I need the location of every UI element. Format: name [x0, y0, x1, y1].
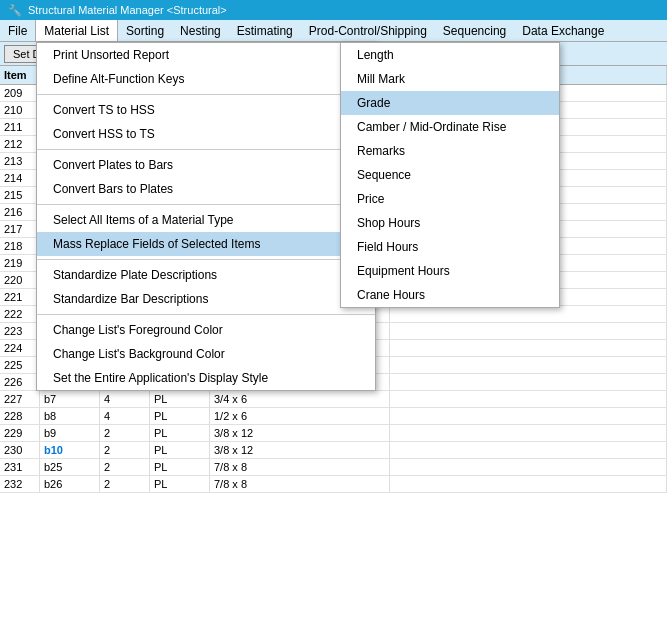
- title-bar: 🔧 Structural Material Manager <Structura…: [0, 0, 667, 20]
- cell-mark: b8: [40, 408, 100, 424]
- cell-qty: 2: [100, 476, 150, 492]
- app-icon: 🔧: [8, 4, 22, 17]
- cell-qty: 2: [100, 442, 150, 458]
- sub-equipment-hours[interactable]: Equipment Hours: [341, 259, 559, 283]
- cell-item: 219: [0, 255, 40, 271]
- cell-qty: 4: [100, 408, 150, 424]
- cell-item: 221: [0, 289, 40, 305]
- cell-item: 214: [0, 170, 40, 186]
- menu-bar: File Material List Sorting Nesting Estim…: [0, 20, 667, 42]
- cell-extra: [390, 357, 667, 373]
- menu-define-alt[interactable]: Define Alt-Function Keys: [37, 67, 375, 91]
- menu-std-bar[interactable]: Standardize Bar Descriptions: [37, 287, 375, 311]
- cell-extra: [390, 323, 667, 339]
- cell-qty: 4: [100, 391, 150, 407]
- sub-camber[interactable]: Camber / Mid-Ordinate Rise: [341, 115, 559, 139]
- cell-type: PL: [150, 391, 210, 407]
- cell-extra: [390, 476, 667, 492]
- cell-item: 227: [0, 391, 40, 407]
- cell-item: 212: [0, 136, 40, 152]
- cell-extra: [390, 459, 667, 475]
- menu-mass-replace[interactable]: Mass Replace Fields of Selected Items ▶: [37, 232, 375, 256]
- mass-replace-submenu: Length Mill Mark Grade Camber / Mid-Ordi…: [340, 42, 560, 308]
- cell-mark: b10: [40, 442, 100, 458]
- col-header-item: Item: [0, 66, 40, 84]
- app-title: Structural Material Manager <Structural>: [28, 4, 227, 16]
- cell-item: 217: [0, 221, 40, 237]
- table-row[interactable]: 228 b8 4 PL 1/2 x 6: [0, 408, 667, 425]
- menu-nesting[interactable]: Nesting: [172, 20, 229, 41]
- table-row[interactable]: 229 b9 2 PL 3/8 x 12: [0, 425, 667, 442]
- cell-type: PL: [150, 459, 210, 475]
- cell-desc: 1/2 x 6: [210, 408, 390, 424]
- cell-item: 229: [0, 425, 40, 441]
- cell-item: 224: [0, 340, 40, 356]
- cell-mark: b7: [40, 391, 100, 407]
- menu-material-list[interactable]: Material List: [35, 20, 118, 41]
- menu-file[interactable]: File: [0, 20, 35, 41]
- menu-convert-bars-plates[interactable]: Convert Bars to Plates: [37, 177, 375, 201]
- sub-shop-hours[interactable]: Shop Hours: [341, 211, 559, 235]
- sub-field-hours[interactable]: Field Hours: [341, 235, 559, 259]
- menu-fg-color[interactable]: Change List's Foreground Color: [37, 318, 375, 342]
- cell-extra: [390, 391, 667, 407]
- cell-desc: 3/4 x 6: [210, 391, 390, 407]
- cell-item: 215: [0, 187, 40, 203]
- separator-2: [37, 149, 375, 150]
- separator-5: [37, 314, 375, 315]
- menu-std-plate[interactable]: Standardize Plate Descriptions: [37, 263, 375, 287]
- sub-remarks[interactable]: Remarks: [341, 139, 559, 163]
- cell-desc: 7/8 x 8: [210, 459, 390, 475]
- cell-mark: b26: [40, 476, 100, 492]
- menu-data-exchange[interactable]: Data Exchange: [514, 20, 612, 41]
- cell-type: PL: [150, 442, 210, 458]
- sub-price[interactable]: Price: [341, 187, 559, 211]
- menu-sorting[interactable]: Sorting: [118, 20, 172, 41]
- dropdown-menu: Print Unsorted Report Define Alt-Functio…: [36, 42, 376, 391]
- cell-item: 225: [0, 357, 40, 373]
- cell-item: 210: [0, 102, 40, 118]
- separator-4: [37, 259, 375, 260]
- sub-mill-mark[interactable]: Mill Mark: [341, 67, 559, 91]
- cell-item: 216: [0, 204, 40, 220]
- menu-convert-ts-hss[interactable]: Convert TS to HSS: [37, 98, 375, 122]
- cell-item: 231: [0, 459, 40, 475]
- separator-3: [37, 204, 375, 205]
- menu-bg-color[interactable]: Change List's Background Color: [37, 342, 375, 366]
- cell-item: 211: [0, 119, 40, 135]
- menu-prod-control[interactable]: Prod-Control/Shipping: [301, 20, 435, 41]
- cell-item: 226: [0, 374, 40, 390]
- menu-print-unsorted[interactable]: Print Unsorted Report: [37, 43, 375, 67]
- cell-extra: [390, 374, 667, 390]
- cell-type: PL: [150, 476, 210, 492]
- cell-desc: 3/8 x 12: [210, 425, 390, 441]
- separator-1: [37, 94, 375, 95]
- cell-desc: 7/8 x 8: [210, 476, 390, 492]
- table-row[interactable]: 227 b7 4 PL 3/4 x 6: [0, 391, 667, 408]
- cell-item: 228: [0, 408, 40, 424]
- cell-item: 218: [0, 238, 40, 254]
- cell-item: 223: [0, 323, 40, 339]
- table-row[interactable]: 230 b10 2 PL 3/8 x 12: [0, 442, 667, 459]
- table-row[interactable]: 232 b26 2 PL 7/8 x 8: [0, 476, 667, 493]
- sub-length[interactable]: Length: [341, 43, 559, 67]
- sub-sequence[interactable]: Sequence: [341, 163, 559, 187]
- cell-qty: 2: [100, 459, 150, 475]
- cell-type: PL: [150, 408, 210, 424]
- menu-select-all[interactable]: Select All Items of a Material Type ▶: [37, 208, 375, 232]
- table-row[interactable]: 231 b25 2 PL 7/8 x 8: [0, 459, 667, 476]
- cell-item: 213: [0, 153, 40, 169]
- menu-display-style[interactable]: Set the Entire Application's Display Sty…: [37, 366, 375, 390]
- cell-item: 220: [0, 272, 40, 288]
- sub-grade[interactable]: Grade: [341, 91, 559, 115]
- menu-sequencing[interactable]: Sequencing: [435, 20, 514, 41]
- cell-extra: [390, 442, 667, 458]
- cell-mark: b9: [40, 425, 100, 441]
- menu-convert-plates-bars[interactable]: Convert Plates to Bars: [37, 153, 375, 177]
- menu-convert-hss-ts[interactable]: Convert HSS to TS: [37, 122, 375, 146]
- cell-desc: 3/8 x 12: [210, 442, 390, 458]
- cell-item: 230: [0, 442, 40, 458]
- cell-extra: [390, 306, 667, 322]
- menu-estimating[interactable]: Estimating: [229, 20, 301, 41]
- sub-crane-hours[interactable]: Crane Hours: [341, 283, 559, 307]
